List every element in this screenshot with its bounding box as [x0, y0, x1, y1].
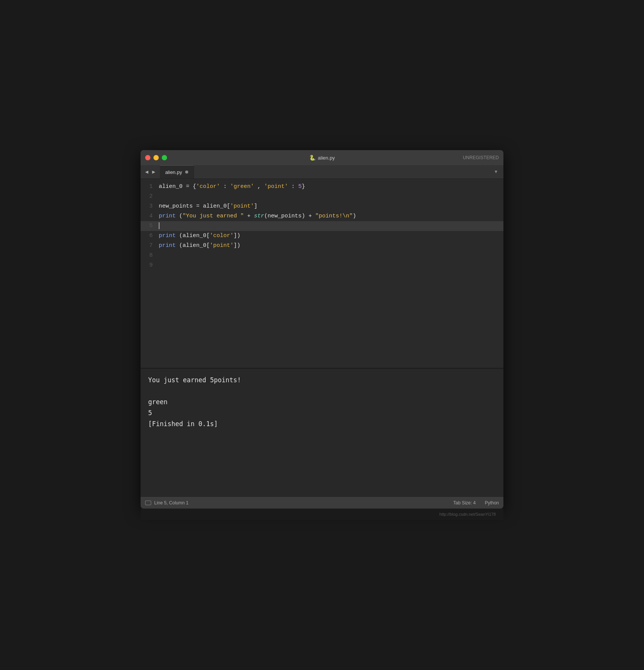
- maximize-button[interactable]: [162, 155, 167, 160]
- title-bar: 🐍 alien.py UNREGISTERED: [141, 150, 503, 165]
- editor-window: 🐍 alien.py UNREGISTERED ◀ ▶ alien.py ▼ 1: [141, 150, 503, 509]
- code-line-7: 7 print (alien_0['point']): [141, 241, 503, 251]
- tab-size-label: Tab Size: 4: [453, 500, 475, 506]
- tab-bar: ◀ ▶ alien.py ▼: [141, 165, 503, 179]
- code-line-4: 4 print ("You just earned " + str(new_po…: [141, 211, 503, 221]
- language-label: Python: [485, 500, 499, 506]
- footer-url: http://blog.csdn.net/SeanYi178: [440, 512, 496, 516]
- window-title: 🐍 alien.py: [309, 155, 335, 161]
- file-icon: 🐍: [309, 155, 316, 161]
- code-line-3: 3 new_points = alien_0['point']: [141, 202, 503, 211]
- close-button[interactable]: [145, 155, 150, 160]
- code-line-9: 9: [141, 261, 503, 270]
- tab-label: alien.py: [165, 169, 182, 175]
- nav-arrows: ◀ ▶: [144, 165, 157, 178]
- code-line-5: 5: [141, 221, 503, 231]
- tab-dropdown-button[interactable]: ▼: [492, 165, 500, 178]
- status-bar: Line 5, Column 1 Tab Size: 4 Python: [141, 496, 503, 509]
- nav-back-button[interactable]: ◀: [144, 168, 150, 176]
- minimize-button[interactable]: [153, 155, 159, 160]
- editor-area[interactable]: 1 alien_0 = {'color' : 'green' , 'point'…: [141, 179, 503, 368]
- nav-forward-button[interactable]: ▶: [150, 168, 156, 176]
- text-cursor: [159, 222, 159, 229]
- traffic-lights: [145, 155, 167, 160]
- status-right: Tab Size: 4 Python: [453, 500, 499, 506]
- code-line-6: 6 print (alien_0['color']): [141, 231, 503, 241]
- tab-modified-dot: [185, 171, 188, 174]
- output-text: You just earned 5points! green 5 [Finish…: [148, 375, 496, 429]
- tab-alien-py[interactable]: alien.py: [160, 165, 194, 178]
- cursor-position: Line 5, Column 1: [154, 500, 189, 506]
- code-line-1: 1 alien_0 = {'color' : 'green' , 'point'…: [141, 182, 503, 192]
- output-panel: You just earned 5points! green 5 [Finish…: [141, 368, 503, 496]
- registration-status: UNREGISTERED: [463, 155, 499, 160]
- footer: http://blog.csdn.net/SeanYi178: [141, 509, 503, 520]
- code-line-2: 2: [141, 192, 503, 202]
- code-line-8: 8: [141, 251, 503, 261]
- status-icon: [145, 501, 151, 505]
